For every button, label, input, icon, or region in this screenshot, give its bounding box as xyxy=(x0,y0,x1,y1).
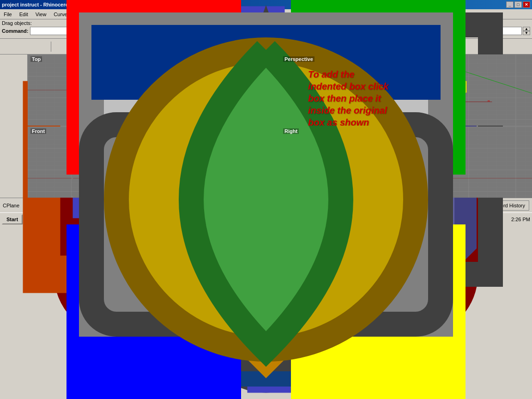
annotation-text: To add theindented box clickbox then pla… xyxy=(308,68,502,126)
taskbar-right: $ 2:26 PM xyxy=(509,217,530,222)
viewport-front-label: Front xyxy=(30,128,46,134)
viewport-right-label: Right xyxy=(283,128,299,134)
tray-icon-3 xyxy=(0,0,532,399)
viewport-top-label: Top xyxy=(30,56,42,62)
taskbar: Start untitled - Paint Rh project instru… xyxy=(0,212,532,225)
viewport-perspective-label: Perspective xyxy=(283,56,314,62)
